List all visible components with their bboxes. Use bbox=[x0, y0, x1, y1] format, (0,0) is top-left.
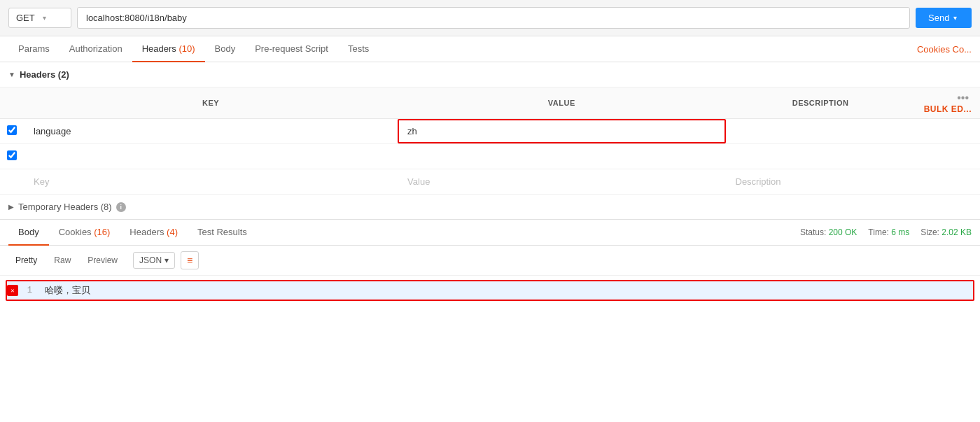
format-select[interactable]: JSON ▾ bbox=[133, 252, 175, 269]
wrap-button[interactable]: ≡ bbox=[181, 251, 199, 269]
row1-checkbox-cell bbox=[0, 119, 24, 144]
url-input[interactable] bbox=[77, 7, 910, 29]
headers-panel: ▼ Headers (2) KEY VALUE DESCRIPTION ••• … bbox=[0, 62, 980, 220]
row1-value-cell bbox=[398, 119, 725, 144]
header-row-2 bbox=[0, 144, 980, 169]
method-chevron-icon: ▾ bbox=[43, 14, 64, 22]
time-value: 6 ms bbox=[891, 227, 909, 237]
line-close-icon: ✕ bbox=[7, 285, 18, 296]
new-row-desc-cell bbox=[726, 169, 916, 195]
col-value: VALUE bbox=[398, 87, 725, 119]
new-row-desc-input[interactable] bbox=[733, 175, 909, 188]
row2-value-input[interactable] bbox=[405, 150, 718, 163]
row1-actions-cell bbox=[916, 119, 980, 144]
tab-headers[interactable]: Headers (10) bbox=[132, 36, 205, 62]
pretty-btn[interactable]: Pretty bbox=[8, 253, 44, 268]
new-row-value-cell bbox=[398, 169, 725, 195]
row2-checkbox-cell bbox=[0, 144, 24, 169]
new-row-key-cell bbox=[24, 169, 398, 195]
new-row-value-input[interactable] bbox=[405, 175, 718, 188]
tab-prerequest[interactable]: Pre-request Script bbox=[245, 36, 338, 62]
headers-table: KEY VALUE DESCRIPTION ••• Bulk Ed... bbox=[0, 87, 980, 195]
size-label: Size: 2.02 KB bbox=[920, 227, 972, 237]
bulk-edit-link[interactable]: Bulk Ed... bbox=[924, 104, 972, 114]
url-bar: GET ▾ Send ▾ bbox=[0, 0, 980, 36]
row1-value-input[interactable] bbox=[405, 125, 718, 138]
col-key: KEY bbox=[24, 87, 398, 119]
size-value: 2.02 KB bbox=[941, 227, 972, 237]
headers-title: Headers (2) bbox=[20, 69, 69, 80]
col-actions: ••• Bulk Ed... bbox=[916, 87, 980, 119]
new-row-key-input[interactable] bbox=[31, 175, 391, 188]
format-label: JSON bbox=[139, 255, 162, 265]
col-description: DESCRIPTION bbox=[726, 87, 916, 119]
row2-key-input[interactable] bbox=[31, 150, 391, 163]
tab-authorization[interactable]: Authorization bbox=[59, 36, 132, 62]
row2-value-cell bbox=[398, 144, 725, 169]
more-options-button[interactable]: ••• bbox=[954, 92, 972, 104]
collapse-icon[interactable]: ▼ bbox=[8, 71, 15, 78]
response-status: Status: 200 OK Time: 6 ms Size: 2.02 KB bbox=[800, 227, 972, 237]
header-row-1 bbox=[0, 119, 980, 144]
headers-title-row: ▼ Headers (2) bbox=[0, 62, 980, 87]
time-label: Time: 6 ms bbox=[868, 227, 909, 237]
info-icon[interactable]: i bbox=[116, 202, 126, 212]
temp-headers-row: ▶ Temporary Headers (8) i bbox=[0, 195, 980, 220]
tab-tests[interactable]: Tests bbox=[338, 36, 379, 62]
status-value: 200 OK bbox=[829, 227, 858, 237]
preview-btn[interactable]: Preview bbox=[80, 253, 125, 268]
raw-btn[interactable]: Raw bbox=[47, 253, 78, 268]
request-tabs: Params Authorization Headers (10) Body P… bbox=[0, 36, 980, 62]
format-chevron-icon: ▾ bbox=[164, 255, 169, 265]
header-new-row bbox=[0, 169, 980, 195]
response-tabs-row: Body Cookies (16) Headers (4) Test Resul… bbox=[0, 220, 980, 246]
tab-params[interactable]: Params bbox=[8, 36, 59, 62]
resp-tab-cookies[interactable]: Cookies (16) bbox=[49, 220, 120, 246]
row2-desc-cell bbox=[726, 144, 916, 169]
response-body: ✕ 1 哈喽，宝贝 bbox=[0, 276, 980, 332]
row1-checkbox[interactable] bbox=[7, 125, 17, 135]
resp-tab-test-results[interactable]: Test Results bbox=[188, 220, 257, 246]
response-toolbar: Pretty Raw Preview JSON ▾ ≡ bbox=[0, 246, 980, 276]
row2-actions-cell bbox=[916, 144, 980, 169]
line-number-1: 1 bbox=[20, 286, 39, 295]
resp-tab-headers[interactable]: Headers (4) bbox=[120, 220, 188, 246]
status-label: Status: 200 OK bbox=[800, 227, 857, 237]
temp-headers-label: Temporary Headers (8) bbox=[18, 202, 112, 212]
tab-body[interactable]: Body bbox=[205, 36, 246, 62]
col-checkbox bbox=[0, 87, 24, 119]
row2-checkbox[interactable] bbox=[7, 150, 17, 160]
row1-key-input[interactable] bbox=[31, 125, 391, 138]
new-row-actions-cell bbox=[916, 169, 980, 195]
row1-key-cell bbox=[24, 119, 398, 144]
temp-expand-icon[interactable]: ▶ bbox=[8, 203, 14, 211]
send-chevron-icon: ▾ bbox=[953, 14, 957, 22]
response-section: Body Cookies (16) Headers (4) Test Resul… bbox=[0, 220, 980, 332]
row2-desc-input[interactable] bbox=[733, 150, 909, 163]
method-label: GET bbox=[16, 13, 37, 23]
method-select[interactable]: GET ▾ bbox=[8, 8, 71, 28]
resp-tab-body[interactable]: Body bbox=[8, 220, 49, 246]
row1-desc-input[interactable] bbox=[733, 125, 909, 138]
new-row-checkbox-cell bbox=[0, 169, 24, 195]
code-line-1: ✕ 1 哈喽，宝贝 bbox=[6, 280, 974, 301]
row1-desc-cell bbox=[726, 119, 916, 144]
line-content-1: 哈喽，宝贝 bbox=[39, 281, 96, 300]
send-label: Send bbox=[928, 13, 949, 23]
row2-key-cell bbox=[24, 144, 398, 169]
send-button[interactable]: Send ▾ bbox=[916, 8, 972, 28]
cookies-link[interactable]: Cookies Co... bbox=[917, 44, 972, 55]
